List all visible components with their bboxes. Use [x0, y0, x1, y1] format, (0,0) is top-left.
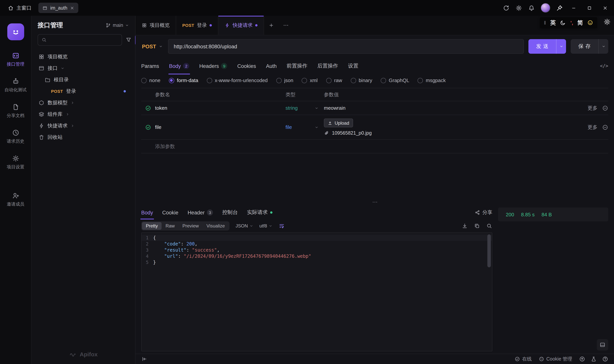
- rail-item-project-settings[interactable]: 项目设置: [7, 155, 24, 170]
- tab-auth[interactable]: Auth: [266, 58, 277, 74]
- format-select[interactable]: JSON: [236, 223, 253, 229]
- param-name[interactable]: file: [155, 124, 285, 130]
- ime-language[interactable]: 英: [550, 19, 556, 26]
- moon-icon[interactable]: [560, 20, 566, 26]
- method-select[interactable]: POST: [141, 43, 163, 49]
- radio-xml[interactable]: xml: [302, 78, 318, 83]
- panel-splitter[interactable]: [135, 199, 614, 206]
- radio-msgpack[interactable]: msgpack: [418, 78, 446, 83]
- tree-item-quick-request[interactable]: 快捷请求: [35, 120, 132, 131]
- ime-drag-handle[interactable]: ‖: [544, 20, 546, 26]
- param-name[interactable]: token: [155, 105, 285, 111]
- row-enabled-checkbox[interactable]: [141, 105, 155, 111]
- send-options-button[interactable]: [556, 39, 566, 54]
- download-icon[interactable]: [462, 223, 468, 229]
- search-box[interactable]: [38, 34, 122, 46]
- cookie-manager[interactable]: Cookie 管理: [539, 356, 572, 362]
- app-logo[interactable]: [7, 23, 24, 40]
- new-tab-button[interactable]: [264, 16, 279, 35]
- copy-icon[interactable]: [474, 223, 480, 229]
- online-status[interactable]: 在线: [514, 356, 532, 362]
- row-enabled-checkbox[interactable]: [141, 124, 155, 130]
- upload-button[interactable]: Upload: [324, 118, 353, 127]
- radio-binary[interactable]: binary: [350, 78, 372, 83]
- minimize-button[interactable]: [569, 3, 579, 13]
- close-icon[interactable]: [70, 6, 75, 10]
- tab-params[interactable]: Params: [141, 58, 159, 74]
- pin-icon[interactable]: [556, 4, 563, 11]
- close-window-button[interactable]: [600, 3, 610, 13]
- encoding-select[interactable]: utf8: [259, 223, 272, 229]
- emoji-icon[interactable]: [587, 20, 593, 26]
- more-button[interactable]: 更多: [587, 104, 598, 111]
- tree-item-api[interactable]: 接口: [35, 63, 132, 74]
- help-icon[interactable]: [602, 356, 608, 362]
- tab-response-body[interactable]: Body: [141, 206, 153, 219]
- branch-selector[interactable]: main: [106, 23, 129, 28]
- save-options-button[interactable]: [598, 39, 608, 54]
- filter-button[interactable]: [125, 37, 132, 43]
- tab-console[interactable]: 控制台: [222, 206, 238, 219]
- tab-body[interactable]: Body 2: [169, 58, 189, 74]
- tab-response-header[interactable]: Header 3: [188, 206, 213, 219]
- mode-preview[interactable]: Preview: [179, 222, 203, 230]
- param-type-select[interactable]: string: [285, 105, 324, 111]
- radio-graphql[interactable]: GraphQL: [381, 78, 409, 83]
- tab-response-cookie[interactable]: Cookie: [162, 206, 178, 219]
- radio-urlencoded[interactable]: x-www-form-urlencoded: [207, 78, 268, 83]
- radio-none[interactable]: none: [141, 78, 160, 83]
- word-wrap-toggle[interactable]: [279, 223, 285, 229]
- more-button[interactable]: 更多: [587, 124, 598, 130]
- remove-row-icon[interactable]: [602, 124, 608, 130]
- radio-json[interactable]: json: [276, 78, 293, 83]
- tab-pre-ops[interactable]: 前置操作: [287, 58, 307, 74]
- tab-overflow-button[interactable]: [279, 16, 293, 35]
- tab-post-ops[interactable]: 后置操作: [317, 58, 338, 74]
- search-icon[interactable]: [486, 223, 492, 229]
- add-param-row[interactable]: 添加参数: [141, 140, 608, 154]
- ime-settings-icon[interactable]: [603, 18, 611, 26]
- maximize-button[interactable]: [585, 3, 594, 13]
- rail-item-auto-test[interactable]: 自动化测试: [5, 78, 27, 93]
- param-value[interactable]: meowrain: [324, 105, 573, 111]
- save-button[interactable]: 保存: [571, 39, 608, 54]
- share-button[interactable]: 分享: [475, 209, 492, 216]
- ime-simplified[interactable]: 简: [577, 19, 583, 26]
- attached-file[interactable]: 109565821_p0.jpg: [324, 130, 573, 136]
- sync-icon[interactable]: [503, 4, 510, 11]
- notifications-icon[interactable]: [528, 4, 535, 11]
- search-input[interactable]: [49, 37, 118, 43]
- rail-item-history[interactable]: 请求历史: [7, 129, 24, 144]
- main-window-tab[interactable]: 主窗口: [4, 4, 35, 11]
- mode-raw[interactable]: Raw: [162, 222, 179, 230]
- tree-item-data-model[interactable]: 数据模型: [35, 97, 132, 109]
- updates-icon[interactable]: [579, 356, 585, 362]
- avatar[interactable]: [541, 3, 550, 13]
- mode-visualize[interactable]: Visualize: [203, 222, 229, 230]
- tree-item-overview[interactable]: 项目概览: [35, 51, 132, 63]
- tab-cookies[interactable]: Cookies: [237, 58, 256, 74]
- tab-actual-request[interactable]: 实际请求: [247, 206, 272, 219]
- tree-item-trash[interactable]: 回收站: [35, 131, 132, 143]
- rail-item-api-manage[interactable]: 接口管理: [7, 52, 24, 67]
- lab-icon[interactable]: [591, 356, 597, 362]
- layout-toggle-button[interactable]: [597, 339, 608, 351]
- rail-item-invite[interactable]: 邀请成员: [7, 192, 24, 207]
- tree-item-post-login[interactable]: POST 登录: [35, 86, 132, 97]
- settings-gear-icon[interactable]: [515, 4, 522, 11]
- radio-form-data[interactable]: form-data: [169, 78, 198, 83]
- tree-item-components[interactable]: 组件库: [35, 109, 132, 120]
- rail-item-share-docs[interactable]: 分享文档: [7, 103, 24, 118]
- tree-item-root-folder[interactable]: 根目录: [35, 74, 132, 86]
- radio-raw[interactable]: raw: [326, 78, 342, 83]
- send-button[interactable]: 发送: [528, 39, 566, 54]
- ime-punctuation[interactable]: ’,: [571, 20, 573, 26]
- tab-post-login[interactable]: POST 登录: [176, 16, 218, 35]
- code-view-button[interactable]: </>: [600, 63, 608, 69]
- editor-scrollbar[interactable]: [487, 234, 491, 267]
- url-input[interactable]: [168, 39, 524, 54]
- remove-row-icon[interactable]: [602, 105, 608, 111]
- tab-quick-request[interactable]: 快捷请求: [218, 16, 264, 35]
- collapse-sidebar-icon[interactable]: [141, 356, 147, 362]
- tab-settings[interactable]: 设置: [348, 58, 359, 74]
